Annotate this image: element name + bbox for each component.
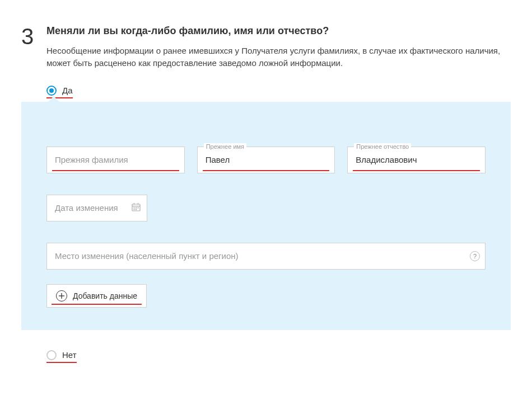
help-icon[interactable]: ? — [470, 251, 480, 261]
svg-rect-8 — [136, 209, 137, 210]
svg-rect-7 — [134, 209, 135, 210]
former-firstname-label: Прежнее имя — [204, 143, 246, 150]
question-title: Меняли ли вы когда-либо фамилию, имя или… — [46, 25, 511, 37]
change-place-input[interactable] — [46, 243, 486, 270]
former-surname-field — [46, 147, 185, 173]
validation-underline — [52, 304, 142, 305]
radio-yes-icon — [46, 86, 57, 96]
calendar-icon[interactable] — [132, 202, 141, 214]
former-patronymic-field: Прежнее отчество — [347, 147, 486, 173]
add-data-button[interactable]: Добавить данные — [46, 284, 147, 308]
former-firstname-input[interactable] — [197, 147, 335, 173]
radio-no-icon — [46, 350, 57, 360]
change-date-field — [46, 195, 147, 221]
add-data-label: Добавить данные — [73, 291, 137, 300]
step-number: 3 — [21, 25, 34, 48]
plus-icon — [56, 290, 67, 301]
validation-underline — [203, 170, 330, 171]
former-patronymic-label: Прежнее отчество — [354, 143, 411, 150]
svg-rect-4 — [134, 207, 135, 208]
former-patronymic-input[interactable] — [347, 147, 486, 173]
radio-no-row[interactable]: Нет — [46, 350, 77, 363]
svg-rect-6 — [138, 207, 139, 208]
validation-underline — [353, 170, 480, 171]
former-surname-input[interactable] — [46, 147, 185, 173]
svg-rect-5 — [136, 207, 137, 208]
validation-underline — [52, 170, 179, 171]
radio-no-label: Нет — [62, 350, 77, 360]
change-place-field: ? — [46, 243, 486, 270]
question-description: Несообщение информации о ранее имевшихся… — [46, 45, 511, 69]
former-firstname-field: Прежнее имя — [197, 147, 335, 173]
radio-yes-label: Да — [62, 86, 73, 95]
name-change-panel: Прежнее имя Прежнее отчество — [21, 102, 511, 330]
